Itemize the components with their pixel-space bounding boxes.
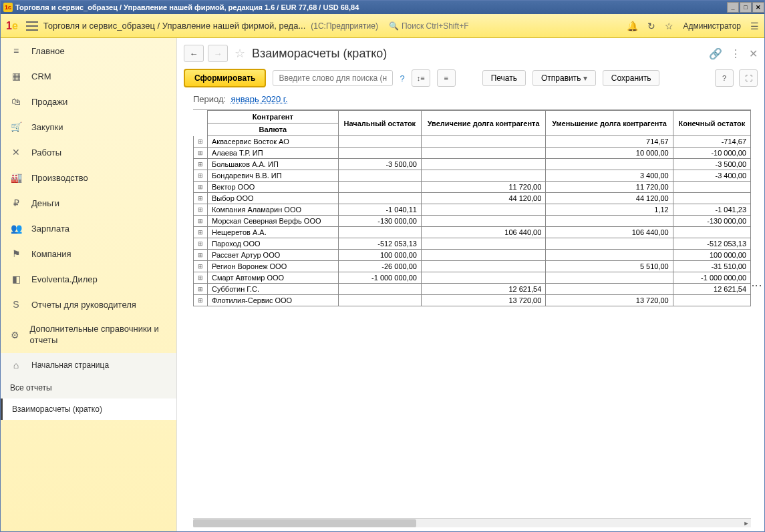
period-filter: Период: январь 2020 г. — [184, 93, 758, 109]
close-tab-icon[interactable]: ✕ — [749, 47, 758, 60]
cell-inc: 13 720,00 — [421, 295, 545, 306]
cell-inc — [421, 238, 545, 250]
table-row[interactable]: ⊞Регион Воронеж ООО-26 000,005 510,00-31… — [194, 261, 751, 272]
table-row[interactable]: ⊞Выбор ООО44 120,0044 120,00 — [194, 193, 751, 204]
cell-dec — [546, 216, 673, 227]
expand-icon[interactable]: ⊞ — [194, 193, 208, 204]
scroll-thumb[interactable] — [193, 519, 416, 527]
table-row[interactable]: ⊞Пароход ООО-512 053,13-512 053,13 — [194, 238, 751, 250]
sidebar-label: Работы — [31, 148, 61, 158]
table-row[interactable]: ⊞Бондаревич В.В. ИП3 400,00-3 400,00 — [194, 170, 751, 182]
table-row[interactable]: ⊞Большаков А.А. ИП-3 500,00-3 500,00 — [194, 159, 751, 170]
cell-start — [338, 227, 421, 238]
col-currency[interactable]: Валюта — [208, 123, 339, 136]
sidebar-item-0[interactable]: ≡Главное — [1, 38, 176, 63]
help-icon[interactable]: ? — [400, 73, 404, 83]
sidebar-item-10[interactable]: SОтчеты для руководителя — [1, 292, 176, 317]
expand-rows-icon[interactable]: ↕≡ — [412, 69, 430, 87]
menu-burger-icon[interactable] — [26, 21, 38, 31]
nav-forward-button[interactable]: → — [208, 45, 228, 62]
expand-icon[interactable]: ⊞ — [194, 250, 208, 261]
favorite-star-icon[interactable]: ☆ — [235, 46, 245, 61]
expand-icon[interactable]: ⊞ — [194, 159, 208, 170]
history-icon[interactable]: ↻ — [647, 21, 655, 31]
global-search[interactable]: 🔍 — [389, 21, 495, 31]
link-icon[interactable]: 🔗 — [709, 47, 722, 60]
expand-icon[interactable]: ⊞ — [194, 238, 208, 250]
report-grid[interactable]: Контрагент Начальный остаток Увеличение … — [193, 109, 751, 515]
sidebar-item-1[interactable]: ▦CRM — [1, 63, 176, 89]
col-contragent[interactable]: Контрагент — [208, 111, 339, 123]
expand-icon[interactable]: ⊞ — [194, 136, 208, 148]
table-row[interactable]: ⊞Морская Северная Верфь ООО-130 000,00-1… — [194, 216, 751, 227]
cell-end: -512 053,13 — [673, 238, 750, 250]
sidebar-item-6[interactable]: ₽Деньги — [1, 190, 176, 216]
cell-name: Флотилия-Сервис ООО — [208, 295, 339, 306]
maximize-button[interactable]: □ — [740, 2, 752, 13]
col-increase[interactable]: Увеличение долга контрагента — [421, 111, 545, 136]
more-icon[interactable]: ⋮ — [730, 47, 741, 60]
print-button[interactable]: Печать — [482, 70, 526, 86]
table-row[interactable]: ⊞Нещеретов А.А.106 440,00106 440,00 — [194, 227, 751, 238]
collapse-rows-icon[interactable]: ≡ — [437, 69, 456, 87]
table-row[interactable]: ⊞Субботин Г.С.12 621,5412 621,54 — [194, 284, 751, 295]
star-icon[interactable]: ☆ — [665, 21, 673, 31]
expand-icon[interactable]: ⊞ — [194, 261, 208, 272]
cell-end: -31 510,00 — [673, 261, 750, 272]
table-row[interactable]: ⊞Аквасервис Восток АО714,67-714,67 — [194, 136, 751, 148]
nav-back-button[interactable]: ← — [184, 45, 204, 62]
expand-icon[interactable]: ⊞ — [194, 204, 208, 216]
period-link[interactable]: январь 2020 г. — [231, 94, 287, 104]
user-label[interactable]: Администратор — [683, 21, 741, 31]
table-row[interactable]: ⊞Алаева Т.Р. ИП10 000,00-10 000,00 — [194, 148, 751, 159]
table-row[interactable]: ⊞Вектор ООО11 720,0011 720,00 — [194, 182, 751, 193]
col-decrease[interactable]: Уменьшение долга контрагента — [546, 111, 673, 136]
sidebar-sec-item-1[interactable]: Все отчеты — [1, 377, 176, 398]
bell-icon[interactable]: 🔔 — [627, 21, 638, 31]
user-menu-icon[interactable]: ☰ — [750, 21, 759, 31]
global-search-input[interactable] — [402, 21, 495, 31]
col-end[interactable]: Конечный остаток — [673, 111, 750, 136]
sidebar-item-9[interactable]: ◧Evolventa.Дилер — [1, 266, 176, 292]
table-row[interactable]: ⊞Компания Аламарин ООО-1 040,111,12-1 04… — [194, 204, 751, 216]
breadcrumb[interactable]: Торговля и сервис_образец / Управление н… — [43, 21, 305, 31]
save-button[interactable]: Сохранить — [603, 70, 660, 86]
sidebar-item-7[interactable]: 👥Зарплата — [1, 216, 176, 241]
table-row[interactable]: ⊞Смарт Автомир ООО-1 000 000,00-1 000 00… — [194, 272, 751, 284]
fullscreen-icon[interactable]: ⛶ — [739, 69, 758, 87]
help-button[interactable]: ? — [715, 69, 734, 87]
sidebar-icon: S — [10, 298, 22, 310]
expand-icon[interactable]: ⊞ — [194, 148, 208, 159]
sidebar-item-5[interactable]: 🏭Производство — [1, 165, 176, 190]
sidebar-sec-item-0[interactable]: ⌂Начальная страница — [1, 353, 176, 377]
generate-button[interactable]: Сформировать — [184, 69, 266, 87]
sidebar-label: Evolventa.Дилер — [31, 274, 98, 284]
sidebar-item-8[interactable]: ⚑Компания — [1, 241, 176, 266]
expand-icon[interactable]: ⊞ — [194, 216, 208, 227]
expand-icon[interactable]: ⊞ — [194, 295, 208, 306]
report-search-input[interactable] — [273, 70, 393, 86]
expand-icon[interactable]: ⊞ — [194, 284, 208, 295]
sidebar-item-11[interactable]: ⚙Дополнительные справочники и отчеты — [1, 317, 176, 353]
sidebar-item-2[interactable]: 🛍Продажи — [1, 89, 176, 114]
cell-inc — [421, 261, 545, 272]
expand-icon[interactable]: ⊞ — [194, 170, 208, 182]
cell-end: -1 000 000,00 — [673, 272, 750, 284]
scroll-right-icon[interactable]: ► — [742, 519, 751, 528]
send-button[interactable]: Отправить — [532, 70, 596, 86]
table-row[interactable]: ⊞Рассвет Артур ООО100 000,00100 000,00 — [194, 250, 751, 261]
table-row[interactable]: ⊞Флотилия-Сервис ООО13 720,0013 720,00 — [194, 295, 751, 306]
minimize-button[interactable]: _ — [727, 2, 739, 13]
expand-icon[interactable]: ⊞ — [194, 182, 208, 193]
expand-icon[interactable]: ⊞ — [194, 227, 208, 238]
cell-inc: 11 720,00 — [421, 182, 545, 193]
expand-icon[interactable]: ⊞ — [194, 272, 208, 284]
sidebar-item-3[interactable]: 🛒Закупки — [1, 114, 176, 140]
cell-name: Компания Аламарин ООО — [208, 204, 339, 216]
horizontal-scrollbar[interactable]: ◄ ► — [193, 518, 751, 527]
sidebar-item-4[interactable]: ✕Работы — [1, 140, 176, 165]
close-window-button[interactable]: ✕ — [752, 2, 764, 13]
side-dots-icon[interactable]: ⋮ — [750, 280, 763, 290]
sidebar-sec-item-2[interactable]: Взаиморасчеты (кратко) — [1, 398, 176, 420]
col-start[interactable]: Начальный остаток — [338, 111, 421, 136]
